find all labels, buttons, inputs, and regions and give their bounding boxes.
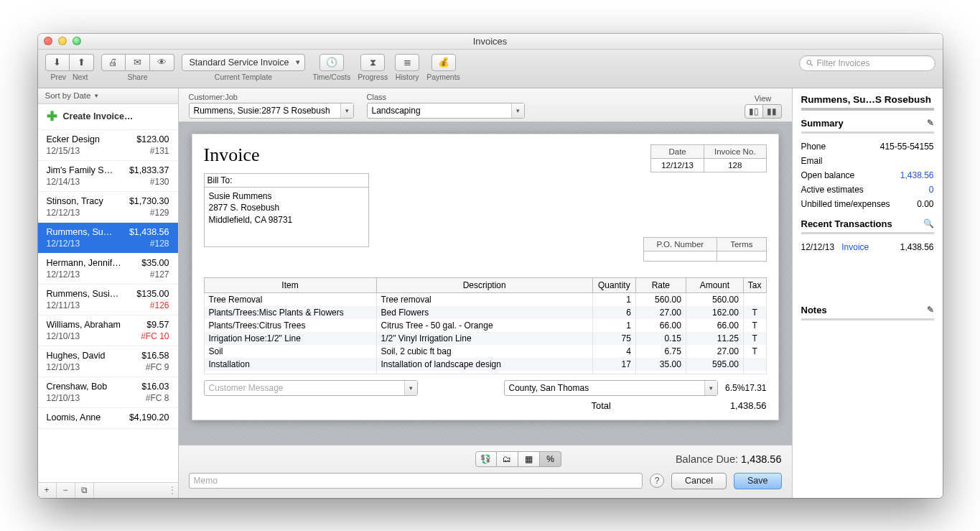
total-label: Total	[592, 400, 611, 411]
view-expanded-button[interactable]: ▮▮	[763, 104, 782, 119]
transaction-row[interactable]: 12/12/13 Invoice 1,438.56	[801, 240, 934, 254]
invoice-list-item[interactable]: Loomis, Anne$4,190.20	[38, 408, 178, 429]
toolbar: ⬇ ⬆ Prev Next 🖨 ✉ 👁 Share Standard Servi…	[38, 50, 943, 88]
timecosts-button[interactable]: 🕓	[319, 54, 344, 71]
invoice-list-item[interactable]: Rummens, Su…$1,438.5612/12/13#128	[38, 223, 178, 254]
add-button[interactable]: +	[38, 483, 57, 498]
resize-grip-icon[interactable]: ⋮⋮	[168, 485, 178, 495]
tax-code-select[interactable]: County, San Thomas ▾	[504, 380, 719, 396]
duplicate-button[interactable]: ⧉	[75, 483, 94, 498]
help-button[interactable]: ?	[650, 474, 664, 488]
action-2-button[interactable]: 🗂	[497, 451, 518, 467]
search-icon[interactable]: 🔍	[923, 218, 934, 228]
line-items-table: Item Description Quantity Rate Amount Ta…	[204, 277, 767, 374]
invoice-date-field[interactable]: 12/12/13	[651, 158, 704, 172]
cancel-button[interactable]: Cancel	[671, 473, 727, 489]
editor-footer: 💱 🗂 ▦ % Balance Due: 1,438.56 Memo ? Can…	[179, 445, 792, 498]
line-item-row[interactable]: Plants/Trees:Citrus TreesCitrus Tree - 5…	[204, 319, 766, 332]
invoice-list-item[interactable]: Stinson, Tracy$1,730.3012/12/13#129	[38, 192, 178, 223]
line-item-row[interactable]: Irrigation Hose:1/2" Line1/2" Vinyl Irri…	[204, 332, 766, 345]
line-item-row[interactable]	[204, 371, 766, 374]
summary-panel: Rummens, Su…S Rosebush Summary ✎ Phone41…	[792, 88, 943, 498]
line-item-row[interactable]: SoilSoil, 2 cubic ft bag46.7527.00T	[204, 345, 766, 358]
active-estimates-link[interactable]: 0	[929, 185, 934, 195]
invoice-number-field[interactable]: 128	[704, 158, 766, 172]
po-number-field[interactable]	[643, 251, 717, 261]
terms-field[interactable]	[717, 251, 766, 261]
invoice-list-item[interactable]: Jim's Family S…$1,833.3712/14/13#130	[38, 161, 178, 192]
remove-button[interactable]: −	[57, 483, 75, 498]
list-footer: + − ⧉ ⋮⋮	[38, 482, 178, 498]
invoice-list-item[interactable]: Rummens, Susi…$135.0012/11/13#126	[38, 285, 178, 315]
tax-rate: 6.5%	[725, 383, 745, 393]
chevron-down-icon: ▾	[404, 381, 417, 395]
chevron-down-icon: ▾	[95, 92, 98, 99]
customer-select[interactable]: Rummens, Susie:2877 S Rosebush▾	[189, 103, 354, 119]
bill-to-box[interactable]: Bill To: Susie Rummens 2877 S. Rosebush …	[204, 173, 369, 247]
titlebar: Invoices	[38, 34, 943, 50]
plus-icon: ✚	[47, 108, 57, 124]
template-label: Current Template	[215, 73, 272, 81]
payments-button[interactable]: 💰	[431, 54, 456, 71]
line-item-row[interactable]: InstallationInstallation of landscape de…	[204, 358, 766, 371]
email-button[interactable]: ✉	[126, 54, 150, 71]
invoice-list-item[interactable]: Hughes, David$16.5812/10/13#FC 9	[38, 346, 178, 377]
class-select[interactable]: Landscaping▾	[367, 103, 525, 119]
share-label: Share	[127, 73, 147, 81]
save-button[interactable]: Save	[734, 473, 782, 489]
customer-title: Rummens, Su…S Rosebush	[801, 94, 934, 105]
tax-amount: 17.31	[745, 383, 766, 393]
invoice-list-item[interactable]: Crenshaw, Bob$16.0312/10/13#FC 8	[38, 377, 178, 408]
line-item-row[interactable]: Tree RemovalTree removal1560.00560.00	[204, 292, 766, 306]
next-button[interactable]: ⬆	[70, 54, 94, 71]
invoice-list-panel: Sort by Date▾ ✚ Create Invoice… Ecker De…	[38, 88, 179, 498]
edit-icon[interactable]: ✎	[927, 118, 934, 128]
template-select[interactable]: Standard Service Invoice	[182, 54, 306, 71]
line-item-row[interactable]: Plants/Trees:Misc Plants & FlowersBed Fl…	[204, 306, 766, 319]
class-label: Class	[367, 93, 525, 101]
sort-button[interactable]: Sort by Date▾	[38, 88, 178, 104]
invoice-list-item[interactable]: Ecker Design$123.0012/15/13#131	[38, 130, 178, 161]
open-balance-link[interactable]: 1,438.56	[900, 170, 934, 180]
po-terms-box: P.O. NumberTerms	[643, 237, 767, 262]
create-invoice-button[interactable]: ✚ Create Invoice…	[38, 104, 178, 130]
invoice-paper: Invoice DateInvoice No. 12/12/13 128 Bil…	[192, 134, 779, 420]
balance-due: Balance Due: 1,438.56	[676, 453, 782, 465]
percent-button[interactable]: %	[540, 451, 561, 467]
chevron-down-icon: ▾	[704, 381, 717, 395]
edit-icon[interactable]: ✎	[927, 305, 934, 315]
chevron-down-icon: ▾	[340, 103, 353, 118]
date-invoiceno-box: DateInvoice No. 12/12/13 128	[650, 144, 766, 172]
calendar-button[interactable]: ▦	[518, 451, 540, 467]
window-title: Invoices	[38, 36, 943, 47]
transaction-link[interactable]: Invoice	[841, 242, 869, 252]
total-value: 1,438.56	[730, 400, 767, 411]
history-button[interactable]: ≣	[395, 54, 419, 71]
invoice-editor: Customer:Job Rummens, Susie:2877 S Roseb…	[179, 88, 792, 498]
memo-input[interactable]: Memo	[189, 473, 643, 489]
print-button[interactable]: 🖨	[101, 54, 126, 71]
prev-button[interactable]: ⬇	[45, 54, 70, 71]
search-input[interactable]: Filter Invoices	[799, 55, 935, 71]
preview-button[interactable]: 👁	[150, 54, 174, 71]
progress-button[interactable]: ⧗	[360, 54, 385, 71]
invoice-list-item[interactable]: Hermann, Jennif…$35.0012/12/13#127	[38, 254, 178, 285]
invoice-list-item[interactable]: Williams, Abraham$9.5712/10/13#FC 10	[38, 315, 178, 346]
customer-message-select[interactable]: Customer Message ▾	[204, 380, 419, 396]
search-icon	[806, 59, 814, 68]
view-label: View	[755, 94, 772, 103]
customer-label: Customer:Job	[189, 93, 354, 101]
app-window: Invoices ⬇ ⬆ Prev Next 🖨 ✉ 👁 Share Stand…	[38, 34, 943, 498]
view-compact-button[interactable]: ▮▯	[745, 104, 763, 119]
chevron-down-icon: ▾	[511, 103, 524, 118]
action-1-button[interactable]: 💱	[475, 451, 497, 467]
